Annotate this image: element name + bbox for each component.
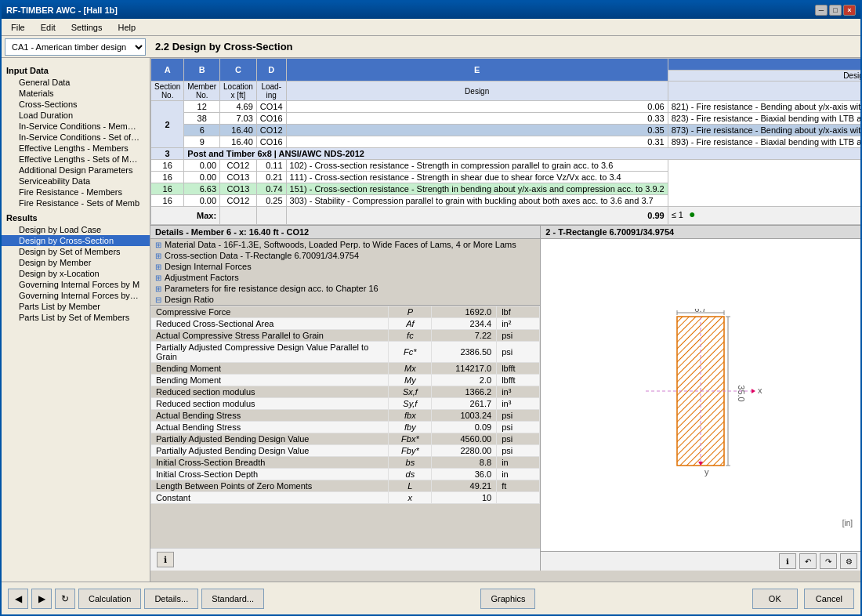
- data-table-row: Reduced section modulus Sy,f 261.7 in³: [151, 398, 540, 410]
- tree-item-internal-forces[interactable]: ⊞ Design Internal Forces: [150, 261, 540, 272]
- col-header-f: F: [668, 59, 860, 71]
- main-window: RF-TIMBER AWC - [Hall 1b] ─ □ × File Edi…: [0, 0, 862, 616]
- sidebar-item-design-member[interactable]: Design by Member: [2, 257, 150, 268]
- col-header-e: E: [286, 59, 668, 82]
- data-row-value: 8.8: [432, 457, 497, 469]
- col-header-b: B: [184, 59, 220, 82]
- data-row-unit: [497, 492, 540, 504]
- sidebar-item-eff-lengths-members[interactable]: Effective Lengths - Members: [2, 143, 150, 154]
- data-table-row: Actual Compressive Stress Parallel to Gr…: [151, 330, 540, 342]
- menu-file[interactable]: File: [5, 21, 31, 34]
- sidebar-item-design-set-members[interactable]: Design by Set of Members: [2, 246, 150, 257]
- data-table-row: Actual Bending Stress fbx 1003.24 psi: [151, 410, 540, 422]
- data-row-value: 261.7: [432, 398, 497, 410]
- data-row-symbol: fby: [389, 422, 432, 433]
- table-row-selected[interactable]: 6 16.40 CO12 0.35 873) - Fire resistance…: [151, 125, 861, 136]
- data-row-label: Bending Moment: [151, 363, 389, 375]
- data-row-symbol: Sy,f: [389, 398, 432, 410]
- col-header-a: A: [151, 59, 184, 82]
- close-button[interactable]: ×: [843, 5, 856, 16]
- cs-btn-rotate-left[interactable]: ↶: [799, 553, 817, 569]
- tree-item-adjustment[interactable]: ⊞ Adjustment Factors: [150, 272, 540, 283]
- sidebar-item-governing-forces-m[interactable]: Governing Internal Forces by M: [2, 279, 150, 290]
- sidebar-item-design-x-location[interactable]: Design by x-Location: [2, 268, 150, 279]
- toolbar: CA1 - American timber design 2.2 Design …: [2, 36, 860, 58]
- data-row-value: 7.22: [432, 330, 497, 342]
- data-table-row: Initial Cross-Section Depth ds 36.0 in: [151, 469, 540, 480]
- table-row[interactable]: 16 6.63 CO13 0.74 151) - Cross-section r…: [151, 183, 861, 195]
- details-button[interactable]: Details...: [144, 589, 198, 609]
- sidebar-item-fire-resistance-members[interactable]: Fire Resistance - Members: [2, 187, 150, 197]
- sidebar-item-eff-lengths-set[interactable]: Effective Lengths - Sets of Mem: [2, 154, 150, 165]
- details-panel: Details - Member 6 - x: 16.40 ft - CO12 …: [150, 226, 541, 571]
- data-row-unit: in³: [497, 398, 540, 410]
- tree-item-crosssection[interactable]: ⊞ Cross-section Data - T-Rectangle 6.700…: [150, 250, 540, 261]
- data-row-label: Reduced section modulus: [151, 398, 389, 410]
- cancel-button[interactable]: Cancel: [804, 589, 854, 609]
- cs-canvas: 6.7 35.0 x: [541, 239, 860, 551]
- horizontal-scrollbar[interactable]: [150, 571, 860, 582]
- subh-loading: Load-ing: [256, 82, 286, 101]
- table-row[interactable]: 9 16.40 CO16 0.31 893) - Fire resistance…: [151, 136, 861, 148]
- sidebar-item-parts-list-member[interactable]: Parts List by Member: [2, 301, 150, 312]
- tree-item-fire-params[interactable]: ⊞ Parameters for fire resistance design …: [150, 283, 540, 294]
- data-row-unit: lbf: [497, 306, 540, 318]
- sidebar-item-materials[interactable]: Materials: [2, 88, 150, 99]
- info-button[interactable]: ℹ: [157, 552, 174, 567]
- sidebar-item-parts-list-set[interactable]: Parts List by Set of Members: [2, 312, 150, 323]
- footer-icon-3[interactable]: ↻: [55, 589, 75, 609]
- footer-icon-2[interactable]: ▶: [31, 589, 52, 609]
- footer-icon-1[interactable]: ◀: [8, 589, 28, 609]
- data-row-value: 114217.0: [432, 363, 497, 375]
- data-table-row: Constant x 10: [151, 492, 540, 504]
- sidebar-item-load-duration[interactable]: Load Duration: [2, 110, 150, 121]
- sidebar-item-additional-design[interactable]: Additional Design Parameters: [2, 165, 150, 176]
- data-row-label: Reduced Cross-Sectional Area: [151, 318, 389, 330]
- svg-marker-12: [752, 389, 755, 393]
- cs-btn-info[interactable]: ℹ: [779, 553, 796, 569]
- main-content: Input Data General Data Materials Cross-…: [2, 58, 860, 582]
- svg-text:6.7: 6.7: [694, 309, 706, 313]
- sidebar-item-in-service-members[interactable]: In-Service Conditions - Members: [2, 121, 150, 132]
- table-row[interactable]: 38 7.03 CO16 0.33 823) - Fire resistance…: [151, 113, 861, 125]
- graphics-button[interactable]: Graphics: [480, 589, 535, 609]
- data-row-value: 2386.50: [432, 342, 497, 363]
- sidebar-item-fire-resistance-set[interactable]: Fire Resistance - Sets of Memb: [2, 197, 150, 208]
- sidebar-item-cross-sections[interactable]: Cross-Sections: [2, 99, 150, 110]
- ok-button[interactable]: OK: [752, 589, 798, 609]
- sidebar-item-general-data[interactable]: General Data: [2, 77, 150, 88]
- sidebar-item-governing-forces-se[interactable]: Governing Internal Forces by Se: [2, 290, 150, 301]
- design-dropdown[interactable]: CA1 - American timber design: [5, 38, 146, 56]
- data-table-row: Initial Cross-Section Breadth bs 8.8 in: [151, 457, 540, 469]
- cs-btn-rotate-right[interactable]: ↷: [820, 553, 837, 569]
- sidebar-item-design-cross-section[interactable]: Design by Cross-Section: [2, 235, 150, 246]
- tree-item-material[interactable]: ⊞ Material Data - 16F-1.3E, Softwoods, L…: [150, 239, 540, 250]
- table-row[interactable]: 2 12 4.69 CO14 0.06 821) - Fire resistan…: [151, 101, 861, 113]
- menu-help[interactable]: Help: [111, 21, 142, 34]
- data-row-value: 36.0: [432, 469, 497, 480]
- section-header-row: 3 Post and Timber 6x8 | ANSI/AWC NDS-201…: [151, 148, 861, 160]
- data-row-symbol: ds: [389, 469, 432, 480]
- col-subheader-formula: Design According to Formula: [668, 71, 860, 82]
- subh-formula-label: [668, 82, 860, 101]
- table-row[interactable]: 16 0.00 CO13 0.21 111) - Cross-section r…: [151, 172, 861, 183]
- cs-btn-settings[interactable]: ⚙: [840, 553, 857, 569]
- sidebar: Input Data General Data Materials Cross-…: [2, 58, 150, 582]
- standard-button[interactable]: Standard...: [201, 589, 264, 609]
- sidebar-item-in-service-set[interactable]: In-Service Conditions - Set of M: [2, 132, 150, 143]
- maximize-button[interactable]: □: [829, 5, 842, 16]
- sidebar-item-serviceability[interactable]: Serviceability Data: [2, 176, 150, 187]
- calculation-button[interactable]: Calculation: [78, 589, 141, 609]
- menu-settings[interactable]: Settings: [65, 21, 109, 34]
- table-row[interactable]: 16 0.00 CO12 0.25 303) - Stability - Com…: [151, 195, 861, 207]
- tree-item-design-ratio[interactable]: ⊟ Design Ratio: [150, 294, 540, 305]
- data-row-symbol: L: [389, 480, 432, 492]
- minimize-button[interactable]: ─: [815, 5, 828, 16]
- menu-edit[interactable]: Edit: [34, 21, 62, 34]
- table-row[interactable]: 16 0.00 CO12 0.11 102) - Cross-section r…: [151, 160, 861, 172]
- data-table-row: Partially Adjusted Compressive Design Va…: [151, 342, 540, 363]
- sidebar-item-design-load-case[interactable]: Design by Load Case: [2, 224, 150, 235]
- data-row-label: Actual Bending Stress: [151, 422, 389, 433]
- max-row: Max: 0.99 ≤ 1 ● 🖨 📄 ▼: [151, 207, 861, 225]
- data-row-label: Actual Compressive Stress Parallel to Gr…: [151, 330, 389, 342]
